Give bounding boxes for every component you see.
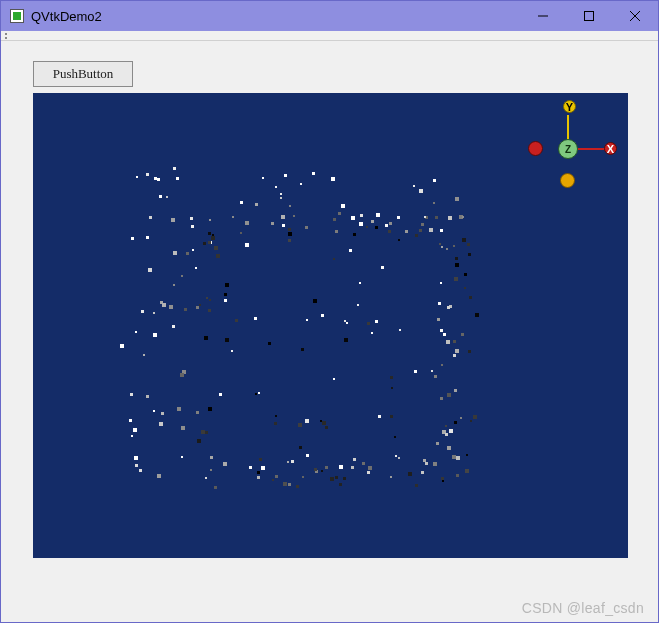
- point: [235, 319, 238, 322]
- point: [159, 195, 162, 198]
- point: [468, 253, 471, 256]
- point: [201, 430, 205, 434]
- point: [447, 393, 451, 397]
- point: [196, 306, 199, 309]
- point: [438, 302, 441, 305]
- maximize-button[interactable]: [566, 1, 612, 31]
- point: [153, 333, 157, 337]
- point: [333, 378, 335, 380]
- point: [378, 415, 381, 418]
- point: [433, 179, 436, 182]
- point: [177, 407, 181, 411]
- vtk-viewport[interactable]: Z Y X: [33, 93, 628, 558]
- point: [149, 216, 152, 219]
- point: [445, 433, 448, 436]
- point: [453, 245, 455, 247]
- point: [268, 342, 271, 345]
- window-title: QVtkDemo2: [31, 9, 102, 24]
- point: [287, 461, 289, 463]
- push-button-label: PushButton: [53, 66, 114, 82]
- point: [359, 282, 361, 284]
- point: [249, 466, 252, 469]
- point: [208, 309, 211, 312]
- point: [275, 186, 277, 188]
- point: [419, 229, 422, 232]
- point: [454, 389, 457, 392]
- point: [184, 308, 187, 311]
- point: [143, 354, 145, 356]
- point: [442, 480, 444, 482]
- point: [339, 483, 342, 486]
- point: [424, 216, 426, 218]
- point: [296, 485, 299, 488]
- point: [367, 322, 370, 325]
- client-area: PushButton Z Y X CSDN @leaf_csdn: [1, 41, 658, 622]
- point: [210, 456, 213, 459]
- point: [305, 419, 309, 423]
- point: [210, 469, 212, 471]
- point: [154, 177, 157, 180]
- point: [191, 225, 194, 228]
- point: [181, 426, 185, 430]
- point: [288, 228, 291, 231]
- point: [255, 203, 258, 206]
- point: [359, 222, 363, 226]
- point: [357, 304, 359, 306]
- orientation-widget[interactable]: Z Y X: [520, 101, 616, 197]
- point: [176, 177, 179, 180]
- point: [454, 421, 457, 424]
- minimize-button[interactable]: [520, 1, 566, 31]
- point: [219, 393, 222, 396]
- point: [461, 333, 464, 336]
- point: [425, 462, 428, 465]
- point: [208, 241, 211, 244]
- point: [353, 458, 356, 461]
- point: [211, 236, 215, 240]
- point: [214, 486, 217, 489]
- point: [371, 332, 373, 334]
- point: [240, 232, 242, 234]
- title-bar[interactable]: QVtkDemo2: [1, 1, 658, 31]
- point: [301, 348, 304, 351]
- point: [467, 243, 470, 246]
- point: [161, 412, 164, 415]
- point: [415, 484, 418, 487]
- point: [448, 216, 452, 220]
- point: [298, 423, 302, 427]
- point: [440, 397, 443, 400]
- point: [435, 216, 438, 219]
- point: [339, 465, 343, 469]
- point: [289, 205, 291, 207]
- push-button[interactable]: PushButton: [33, 61, 133, 87]
- point: [341, 204, 345, 208]
- point: [462, 216, 464, 218]
- point: [333, 258, 335, 260]
- point: [288, 483, 291, 486]
- point: [205, 477, 207, 479]
- axis-neg-y-ball: [560, 173, 575, 188]
- point: [405, 230, 408, 233]
- point: [351, 466, 354, 469]
- point: [261, 466, 265, 470]
- point: [431, 370, 433, 372]
- point: [245, 243, 249, 247]
- point: [186, 252, 189, 255]
- point: [171, 218, 175, 222]
- point: [454, 277, 458, 281]
- point: [394, 436, 396, 438]
- point: [204, 336, 208, 340]
- point: [166, 196, 168, 198]
- point: [320, 420, 322, 422]
- close-button[interactable]: [612, 1, 658, 31]
- point: [455, 257, 458, 260]
- point: [231, 350, 233, 352]
- point: [390, 415, 393, 418]
- point: [172, 325, 175, 328]
- point: [254, 317, 257, 320]
- point: [338, 212, 341, 215]
- point: [146, 236, 149, 239]
- point: [190, 217, 193, 220]
- point: [473, 415, 477, 419]
- point: [208, 407, 212, 411]
- point: [181, 456, 183, 458]
